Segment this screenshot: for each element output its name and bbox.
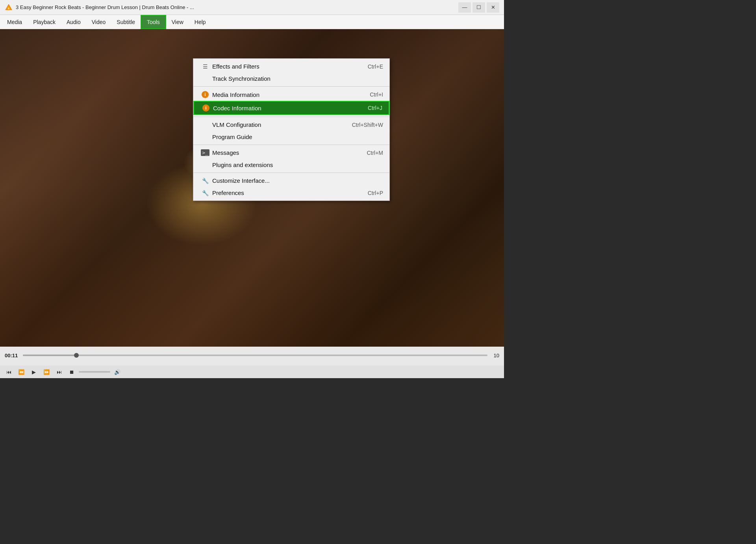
menu-codec-info[interactable]: i Codec Information Ctrl+J: [193, 101, 389, 115]
customize-icon: 🔧: [200, 178, 211, 184]
menu-item-media[interactable]: Media: [2, 15, 28, 29]
separator-2: [193, 117, 389, 117]
mute-button[interactable]: 🔊: [112, 367, 123, 377]
program-guide-label: Program Guide: [212, 134, 383, 140]
menu-plugins[interactable]: Plugins and extensions: [193, 159, 389, 171]
maximize-button[interactable]: ☐: [472, 2, 485, 13]
menu-program-guide[interactable]: Program Guide: [193, 131, 389, 143]
separator-4: [193, 173, 389, 173]
media-info-label: Media Information: [212, 91, 354, 98]
preferences-label: Preferences: [212, 189, 352, 196]
separator-3: [193, 145, 389, 145]
codec-info-label: Codec Information: [213, 105, 352, 111]
vlm-shortcut: Ctrl+Shift+W: [336, 122, 383, 128]
seek-row: 00:11 10: [5, 353, 499, 358]
media-info-icon: i: [200, 91, 211, 98]
menu-item-view[interactable]: View: [166, 15, 189, 29]
menu-effects-filters[interactable]: ☰ Effects and Filters Ctrl+E: [193, 60, 389, 72]
track-sync-label: Track Synchronization: [212, 75, 383, 82]
next-button[interactable]: ⏭: [54, 367, 65, 377]
menu-item-video[interactable]: Video: [86, 15, 111, 29]
rewind-button[interactable]: ⏪: [16, 367, 27, 377]
vlc-icon: [5, 4, 13, 11]
video-area: ☰ Effects and Filters Ctrl+E Track Synch…: [0, 29, 504, 347]
seek-handle: [74, 353, 79, 358]
menu-item-audio[interactable]: Audio: [61, 15, 86, 29]
menu-preferences[interactable]: 🔧 Preferences Ctrl+P: [193, 187, 389, 199]
eq-icon: ☰: [200, 63, 211, 70]
title-bar: 3 Easy Beginner Rock Beats - Beginner Dr…: [0, 0, 504, 15]
menu-media-info[interactable]: i Media Information Ctrl+I: [193, 88, 389, 101]
window-controls: — ☐ ✕: [458, 2, 499, 13]
preferences-icon: 🔧: [200, 190, 211, 196]
vlm-label: VLM Configuration: [212, 121, 336, 128]
bottom-controls-bar: ⏮ ⏪ ▶ ⏩ ⏭ ⏹ 🔊: [0, 366, 504, 378]
seek-bar[interactable]: [23, 355, 487, 356]
effects-label: Effects and Filters: [212, 63, 352, 70]
controls-area: 00:11 10: [0, 347, 504, 366]
codec-info-shortcut: Ctrl+J: [352, 105, 382, 111]
prev-button[interactable]: ⏮: [3, 367, 14, 377]
menu-item-help[interactable]: Help: [189, 15, 211, 29]
menu-bar: Media Playback Audio Video Subtitle Tool…: [0, 15, 504, 29]
menu-track-sync[interactable]: Track Synchronization: [193, 72, 389, 85]
menu-item-subtitle[interactable]: Subtitle: [111, 15, 141, 29]
minimize-button[interactable]: —: [458, 2, 471, 13]
fast-forward-button[interactable]: ⏩: [41, 367, 52, 377]
window-title: 3 Easy Beginner Rock Beats - Beginner Dr…: [16, 4, 458, 10]
messages-icon: >_: [200, 149, 211, 156]
separator-1: [193, 86, 389, 87]
messages-shortcut: Ctrl+M: [351, 150, 383, 156]
current-time: 00:11: [5, 353, 19, 358]
media-info-shortcut: Ctrl+I: [354, 91, 383, 98]
menu-item-tools[interactable]: Tools: [141, 15, 166, 29]
menu-vlm[interactable]: VLM Configuration Ctrl+Shift+W: [193, 119, 389, 131]
messages-label: Messages: [212, 149, 351, 156]
preferences-shortcut: Ctrl+P: [352, 190, 383, 196]
menu-item-playback[interactable]: Playback: [28, 15, 61, 29]
tools-dropdown: ☰ Effects and Filters Ctrl+E Track Synch…: [193, 58, 390, 201]
codec-info-icon: i: [200, 104, 211, 111]
customize-label: Customize Interface...: [212, 177, 383, 184]
stop-button[interactable]: ⏹: [66, 367, 77, 377]
plugins-label: Plugins and extensions: [212, 162, 383, 168]
close-button[interactable]: ✕: [487, 2, 499, 13]
end-time: 10: [491, 353, 499, 358]
seek-fill: [23, 355, 79, 356]
menu-customize[interactable]: 🔧 Customize Interface...: [193, 175, 389, 187]
effects-shortcut: Ctrl+E: [352, 63, 383, 70]
menu-messages[interactable]: >_ Messages Ctrl+M: [193, 147, 389, 159]
play-pause-button[interactable]: ▶: [28, 367, 39, 377]
volume-slider[interactable]: [79, 371, 110, 373]
svg-rect-1: [8, 7, 9, 9]
